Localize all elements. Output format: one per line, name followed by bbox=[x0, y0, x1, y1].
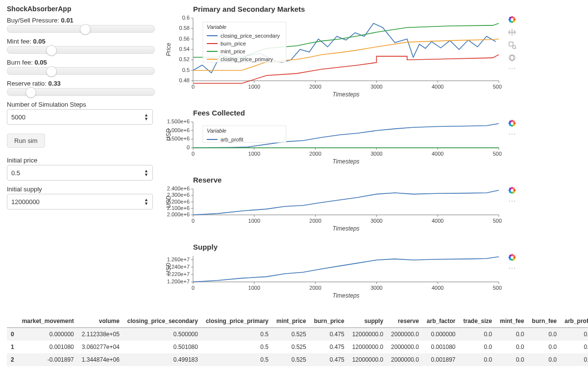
slider-label: Buy/Sell Pressure: 0.01 bbox=[7, 17, 154, 24]
bokeh-logo-icon[interactable] bbox=[508, 119, 516, 128]
more-icon[interactable]: ⋯ bbox=[508, 132, 516, 137]
slider-knob[interactable] bbox=[25, 87, 36, 98]
table-cell: 0 bbox=[7, 328, 18, 341]
table-cell: 0.475 bbox=[310, 366, 348, 370]
svg-text:1000: 1000 bbox=[248, 218, 260, 224]
spin-arrows-icon[interactable]: ▲▼ bbox=[144, 169, 148, 177]
chart-title: Fees Collected bbox=[193, 109, 581, 117]
table-cell: 12000000.0 bbox=[348, 353, 387, 366]
slider-2[interactable] bbox=[7, 67, 155, 75]
table-cell: 0.0 bbox=[528, 353, 561, 366]
table-cell: 0.001080 bbox=[18, 341, 78, 353]
svg-text:2000: 2000 bbox=[309, 285, 321, 291]
table-cell: 0.001080 bbox=[423, 341, 460, 353]
table-cell: 2.112338e+05 bbox=[78, 328, 123, 341]
table-cell: 2 bbox=[7, 353, 18, 366]
box-zoom-icon[interactable] bbox=[508, 41, 516, 49]
table-cell: 0.475 bbox=[310, 353, 348, 366]
slider-knob[interactable] bbox=[46, 66, 57, 77]
table-cell: 1.344874e+06 bbox=[78, 353, 123, 366]
svg-text:4000: 4000 bbox=[432, 84, 443, 90]
slider-1[interactable] bbox=[7, 46, 155, 54]
chart-svg[interactable]: 00.500e+61.000e+61.500e+6010002000300040… bbox=[164, 119, 502, 165]
chart-svg[interactable]: 1.200e+71.220e+71.240e+71.260e+701000200… bbox=[164, 253, 502, 300]
more-icon[interactable]: ⋯ bbox=[508, 199, 516, 204]
table-header: volume bbox=[78, 315, 123, 328]
svg-text:USD: USD bbox=[165, 196, 172, 208]
slider-3[interactable] bbox=[7, 88, 155, 96]
table-cell: 0.000000 bbox=[18, 328, 78, 341]
svg-text:4000: 4000 bbox=[432, 218, 443, 224]
spin-arrows-icon[interactable]: ▲▼ bbox=[144, 113, 148, 121]
chart-title: Primary and Secondary Markets bbox=[193, 5, 581, 13]
table-cell: 1 bbox=[7, 341, 18, 353]
bokeh-logo-icon[interactable] bbox=[508, 253, 516, 262]
initial-price-input[interactable]: 0.5 ▲▼ bbox=[7, 165, 153, 181]
table-cell: 0.500000 bbox=[123, 328, 202, 341]
svg-text:closing_price_secondary: closing_price_secondary bbox=[220, 33, 280, 39]
table-cell: 0.000000 bbox=[423, 328, 460, 341]
svg-text:0: 0 bbox=[187, 144, 190, 150]
slider-knob[interactable] bbox=[80, 24, 91, 35]
initial-supply-value: 12000000 bbox=[11, 198, 40, 206]
table-cell: 0.0 bbox=[561, 366, 588, 370]
steps-value: 5000 bbox=[11, 114, 25, 121]
svg-rect-51 bbox=[511, 55, 514, 60]
svg-text:0.5: 0.5 bbox=[182, 67, 190, 73]
table-cell: 0.5 bbox=[202, 353, 272, 366]
svg-point-87 bbox=[513, 120, 515, 123]
table-cell: 0.0 bbox=[460, 341, 496, 353]
table-cell: -0.001897 bbox=[18, 353, 78, 366]
table-cell: 0.500987 bbox=[123, 366, 202, 370]
spin-arrows-icon[interactable]: ▲▼ bbox=[144, 198, 148, 206]
chart-3: Supply1.200e+71.220e+71.240e+71.260e+701… bbox=[164, 243, 581, 301]
svg-text:2000: 2000 bbox=[309, 84, 321, 90]
steps-label: Number of Simulation Steps bbox=[7, 101, 154, 108]
svg-point-153 bbox=[513, 254, 515, 257]
table-cell: 0.0 bbox=[561, 328, 588, 341]
svg-text:0.56: 0.56 bbox=[179, 36, 190, 42]
svg-text:0.6: 0.6 bbox=[182, 15, 190, 21]
more-icon[interactable]: ⋯ bbox=[508, 66, 516, 71]
table-cell: 0.0 bbox=[528, 341, 561, 353]
svg-text:closing_price_primary: closing_price_primary bbox=[220, 56, 273, 62]
table-cell: 0.5 bbox=[202, 341, 272, 353]
table-cell: 3.060277e+04 bbox=[78, 341, 123, 353]
more-icon[interactable]: ⋯ bbox=[508, 266, 516, 271]
chart-title: Reserve bbox=[193, 176, 581, 184]
table-row: 2-0.0018971.344874e+060.4991830.50.5250.… bbox=[7, 353, 588, 366]
svg-text:3000: 3000 bbox=[370, 84, 382, 90]
table-cell: 0.001804 bbox=[18, 366, 78, 370]
table-cell: 0.525 bbox=[272, 353, 310, 366]
chart-svg[interactable]: 2.000e+62.100e+62.200e+62.300e+62.400e+6… bbox=[164, 186, 502, 232]
slider-label: Mint fee: 0.05 bbox=[7, 38, 154, 45]
svg-text:USD: USD bbox=[165, 129, 172, 141]
svg-point-50 bbox=[509, 55, 515, 61]
wheel-zoom-icon[interactable] bbox=[508, 53, 516, 62]
bokeh-logo-icon[interactable] bbox=[508, 15, 516, 24]
chart-title: Supply bbox=[193, 243, 581, 251]
chart-0: Primary and Secondary Markets0.480.50.52… bbox=[164, 5, 581, 100]
run-sim-button[interactable]: Run sim bbox=[7, 134, 45, 148]
slider-label: Reserve ratio: 0.33 bbox=[7, 80, 154, 87]
svg-text:1.200e+7: 1.200e+7 bbox=[167, 278, 190, 284]
steps-input[interactable]: 5000 ▲▼ bbox=[7, 109, 153, 125]
svg-text:0: 0 bbox=[192, 84, 195, 90]
svg-text:USD: USD bbox=[165, 263, 172, 276]
svg-text:Timesteps: Timesteps bbox=[332, 292, 359, 299]
initial-supply-label: Initial supply bbox=[7, 185, 154, 193]
table-cell: 0.0 bbox=[561, 341, 588, 353]
slider-knob[interactable] bbox=[46, 45, 57, 56]
charts-area: Primary and Secondary Markets0.480.50.52… bbox=[164, 5, 581, 310]
chart-svg[interactable]: 0.480.50.520.540.560.580.601000200030004… bbox=[164, 15, 502, 98]
svg-text:5000: 5000 bbox=[493, 285, 502, 291]
svg-text:Timesteps: Timesteps bbox=[332, 158, 359, 165]
table-cell: 1.720127e+05 bbox=[78, 366, 123, 370]
pan-icon[interactable] bbox=[508, 28, 516, 37]
bokeh-logo-icon[interactable] bbox=[508, 186, 516, 195]
table-header: mint_price bbox=[272, 315, 310, 328]
table-row: 30.0018041.720127e+050.5009870.50.5250.4… bbox=[7, 366, 588, 370]
slider-0[interactable] bbox=[7, 25, 155, 33]
initial-supply-input[interactable]: 12000000 ▲▼ bbox=[7, 194, 153, 209]
table-header: burn_fee bbox=[528, 315, 561, 328]
